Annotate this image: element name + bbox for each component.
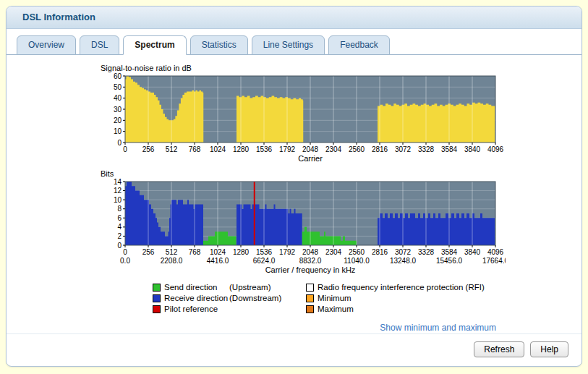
svg-text:4096: 4096	[487, 248, 504, 256]
footer-bar: Refresh Help	[7, 333, 581, 366]
upstream-color-swatch	[153, 284, 161, 292]
refresh-button[interactable]: Refresh	[474, 341, 524, 357]
tab-spectrum[interactable]: Spectrum	[123, 35, 186, 55]
legend-label: Radio frequency interference protection …	[318, 283, 485, 292]
svg-text:1024: 1024	[210, 145, 226, 153]
svg-text:30: 30	[114, 106, 122, 114]
svg-text:1792: 1792	[279, 145, 296, 153]
chart-legend: Send direction (Upstream) Receive direct…	[153, 283, 574, 315]
tab-line-settings[interactable]: Line Settings	[252, 35, 325, 55]
legend-extra: (Downstream)	[229, 294, 281, 302]
svg-text:60: 60	[114, 73, 122, 80]
page-title: DSL Information	[7, 7, 581, 29]
svg-text:2560: 2560	[349, 248, 365, 256]
svg-text:2816: 2816	[372, 145, 388, 153]
tab-bar: Overview DSL Spectrum Statistics Line Se…	[7, 29, 581, 55]
svg-text:0: 0	[123, 145, 127, 153]
spectrum-content: Signal-to-noise ratio in dB 010203040506…	[7, 55, 581, 333]
help-button[interactable]: Help	[530, 341, 568, 357]
svg-text:20: 20	[114, 116, 122, 124]
svg-text:2304: 2304	[325, 248, 342, 256]
svg-text:2560: 2560	[349, 145, 365, 153]
svg-text:1536: 1536	[256, 145, 273, 153]
downstream-color-swatch	[153, 294, 161, 302]
tab-overview[interactable]: Overview	[17, 35, 76, 55]
svg-text:3840: 3840	[464, 145, 481, 153]
bits-chart-block: Bits 02468101214025651276810241280153617…	[99, 169, 574, 276]
legend-item-pilot: Pilot reference	[153, 305, 306, 313]
svg-text:3072: 3072	[395, 248, 412, 256]
snr-chart: 0102030405060025651276810241280153617922…	[99, 73, 574, 164]
svg-text:14: 14	[114, 179, 122, 186]
svg-text:2816: 2816	[372, 248, 388, 256]
svg-text:3840: 3840	[464, 248, 481, 256]
dsl-information-panel: DSL Information Overview DSL Spectrum St…	[6, 6, 582, 367]
minimum-color-swatch	[306, 294, 314, 302]
maximum-color-swatch	[306, 305, 314, 313]
svg-text:40: 40	[114, 94, 122, 102]
svg-text:2048: 2048	[302, 248, 319, 256]
svg-text:768: 768	[189, 145, 201, 153]
svg-text:1024: 1024	[210, 248, 226, 256]
svg-text:11040.0: 11040.0	[344, 257, 370, 265]
svg-text:6: 6	[117, 214, 122, 222]
svg-text:4416.0: 4416.0	[207, 257, 229, 265]
rfi-color-swatch	[306, 284, 314, 292]
snr-chart-title: Signal-to-noise ratio in dB	[101, 64, 574, 72]
svg-text:4096: 4096	[487, 145, 504, 153]
tab-dsl[interactable]: DSL	[80, 35, 119, 55]
svg-text:4: 4	[117, 223, 122, 231]
svg-text:15456.0: 15456.0	[436, 257, 463, 265]
svg-text:Carrier / frequency in kHz: Carrier / frequency in kHz	[265, 265, 356, 274]
svg-text:Carrier: Carrier	[298, 154, 323, 163]
bits-chart-title: Bits	[101, 169, 574, 178]
svg-text:17664.0: 17664.0	[482, 257, 506, 265]
legend-item-upstream: Send direction (Upstream)	[153, 283, 306, 292]
pilot-color-swatch	[153, 305, 161, 313]
svg-text:0: 0	[117, 139, 122, 147]
tab-statistics[interactable]: Statistics	[190, 35, 248, 55]
legend-item-rfi: Radio frequency interference protection …	[306, 283, 485, 292]
tab-feedback[interactable]: Feedback	[328, 35, 390, 55]
svg-text:3584: 3584	[441, 248, 458, 256]
legend-item-downstream: Receive direction (Downstream)	[153, 294, 306, 302]
svg-text:512: 512	[166, 248, 178, 256]
svg-text:512: 512	[166, 145, 178, 153]
svg-text:2048: 2048	[302, 145, 319, 153]
show-minimum-maximum-link[interactable]: Show minimum and maximum	[380, 323, 496, 333]
svg-text:3328: 3328	[418, 145, 435, 153]
legend-item-maximum: Maximum	[306, 305, 485, 313]
legend-item-minimum: Minimum	[306, 294, 485, 302]
svg-text:2304: 2304	[325, 145, 342, 153]
svg-text:13248.0: 13248.0	[390, 257, 417, 265]
svg-text:1536: 1536	[256, 248, 273, 256]
svg-text:256: 256	[142, 145, 155, 153]
legend-extra: (Upstream)	[229, 283, 271, 292]
svg-text:10: 10	[114, 127, 122, 135]
svg-text:0.0: 0.0	[120, 257, 130, 265]
svg-text:12: 12	[114, 187, 122, 195]
bits-chart: 0246810121402565127681024128015361792204…	[99, 179, 574, 276]
svg-text:1792: 1792	[279, 248, 296, 256]
svg-text:0: 0	[117, 242, 122, 250]
legend-label: Pilot reference	[164, 305, 229, 313]
svg-text:3072: 3072	[395, 145, 412, 153]
svg-text:1280: 1280	[233, 248, 250, 256]
legend-label: Send direction	[164, 283, 229, 292]
legend-label: Receive direction	[164, 294, 229, 302]
svg-text:3328: 3328	[418, 248, 435, 256]
svg-text:8: 8	[117, 205, 122, 213]
svg-text:2208.0: 2208.0	[161, 257, 183, 265]
svg-text:1280: 1280	[233, 145, 250, 153]
svg-text:50: 50	[114, 83, 122, 91]
svg-text:256: 256	[142, 248, 155, 256]
svg-text:3584: 3584	[441, 145, 458, 153]
legend-label: Minimum	[318, 294, 351, 302]
svg-text:8832.0: 8832.0	[299, 257, 322, 265]
snr-chart-block: Signal-to-noise ratio in dB 010203040506…	[99, 64, 574, 164]
legend-label: Maximum	[318, 305, 354, 313]
svg-text:6624.0: 6624.0	[253, 257, 276, 265]
svg-text:0: 0	[123, 248, 127, 256]
svg-text:10: 10	[114, 196, 122, 204]
svg-text:768: 768	[189, 248, 201, 256]
